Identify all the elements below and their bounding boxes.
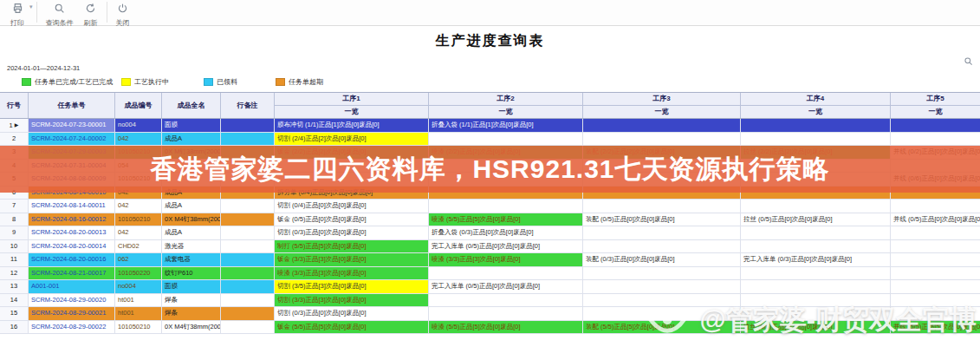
process-cell: [429, 267, 583, 280]
legend-label: 已领料: [217, 77, 237, 87]
row-number-cell: 8: [0, 213, 29, 226]
table-row[interactable]: 10SCRM-2024-08-20-00014CHD02激光器制打 (5/5)正…: [0, 240, 980, 254]
row-number-cell: 12: [0, 267, 29, 280]
product-name-cell: 成套电器: [162, 253, 221, 266]
print-dropdown-caret-icon[interactable]: ▾: [29, 3, 33, 10]
row-number-cell: 9: [0, 226, 29, 239]
header-process-1: 工序1一览: [275, 93, 429, 118]
header-process-4: 工序4一览: [741, 93, 891, 118]
header-process-5: 工序5一览: [891, 93, 980, 118]
header-overview-label: 一览: [429, 106, 582, 118]
product-code-cell: 062: [115, 253, 162, 266]
zoom-icon[interactable]: [964, 56, 973, 66]
legend-item: 工艺执行中: [121, 77, 169, 87]
row-note-cell: [221, 267, 275, 280]
weibo-eye-icon: [647, 298, 691, 343]
header-note: 行备注: [221, 93, 275, 118]
product-name-cell: 面膜: [162, 280, 221, 293]
toolbar: 打印 ▾ 查询条件 刷新 关闭: [0, 0, 980, 26]
legend-swatch: [121, 78, 131, 86]
process-cell: [583, 240, 741, 253]
task-no-cell: SCRM-2024-08-29-00020: [29, 294, 115, 307]
legend-item: 任务单超期: [276, 77, 323, 87]
product-name-cell: 0X M4钉38mm(2000): [162, 321, 221, 334]
product-name-cell: 激光器: [162, 240, 221, 253]
product-name-cell: 成品A: [162, 200, 221, 213]
process-cell: [891, 280, 980, 293]
table-row[interactable]: 8SCRM-2024-08-16-000121010502100X M4钉38m…: [0, 213, 980, 227]
row-note-cell: [221, 213, 275, 226]
query-conditions-label: 查询条件: [46, 18, 74, 28]
process-cell: 切割 (0/3)正品[0]次品[0]废品[0]: [275, 226, 429, 239]
process-cell: [741, 133, 891, 146]
header-task: 任务单号: [29, 93, 115, 118]
process-cell: [583, 280, 741, 293]
row-note-cell: [221, 280, 275, 293]
row-note-cell: [221, 253, 275, 266]
product-name-cell: 焊条: [162, 307, 221, 320]
row-number-cell: 13: [0, 280, 29, 293]
product-name-cell: 面膜: [162, 119, 221, 132]
product-code-cell: 101050220: [115, 267, 162, 280]
task-no-cell: SCRM-2024-08-29-00021: [29, 307, 115, 320]
process-cell: 喷漆 (5/5)正品[5]次品[0]废品[0]: [429, 213, 583, 226]
legend-swatch: [276, 78, 285, 86]
process-cell: 拉丝 (0/5)正品[0]次品[0]废品[0]: [741, 213, 891, 226]
header-no: 行号: [0, 93, 29, 118]
process-cell: [741, 119, 891, 132]
toolbar-divider: [107, 2, 107, 23]
print-label: 打印: [10, 18, 24, 28]
close-label: 关闭: [116, 18, 130, 28]
close-button[interactable]: 关闭: [111, 0, 135, 28]
process-cell: 制打 (5/5)正品[5]次品[0]废品[0]: [275, 240, 429, 253]
header-overview-label: 一览: [275, 106, 428, 118]
table-row[interactable]: 9SCRM-2024-08-20-00013042成品A切割 (0/3)正品[0…: [0, 226, 980, 240]
print-button[interactable]: 打印: [5, 0, 29, 28]
product-name-cell: 纹钉P610: [162, 267, 221, 280]
header-overview-label: 一览: [891, 106, 980, 118]
process-cell: 喷漆 (3/3)正品[3]次品[0]废品[0]: [275, 267, 429, 280]
row-number-cell: 14: [0, 294, 29, 307]
refresh-icon: [85, 2, 96, 17]
task-no-cell: SCRM-2024-08-20-00013: [29, 226, 115, 239]
process-cell: [583, 119, 741, 132]
process-cell: [583, 267, 741, 280]
task-no-cell: SCRM-2024-07-24-00002: [29, 133, 115, 146]
header-overview-label: 一览: [741, 106, 890, 118]
table-row[interactable]: 11SCRM-2024-08-20-00016062成套电器钣金 (3/3)正品…: [0, 253, 980, 267]
process-cell: 喷漆 (3/3)正品[3]次品[0]废品[0]: [429, 253, 583, 266]
legend: 任务单已完成/工艺已完成工艺执行中已领料任务单超期: [0, 77, 980, 88]
product-code-cell: 042: [115, 200, 162, 213]
process-cell: [891, 267, 980, 280]
row-note-cell: [221, 226, 275, 239]
table-row[interactable]: 12SCRM-2024-08-21-00017101050220纹钉P610喷漆…: [0, 267, 980, 281]
process-cell: [891, 226, 980, 239]
row-number-cell: 2: [0, 133, 29, 146]
table-row[interactable]: 13A001-001no004面膜切割 (3/5)正品[3]次品[0]废品[0]…: [0, 280, 980, 294]
query-conditions-button[interactable]: 查询条件: [41, 0, 79, 28]
header-name: 成品全名: [162, 93, 221, 118]
table-row[interactable]: 2SCRM-2024-07-24-00002042成品A切割 (2/4)正品[2…: [0, 133, 980, 147]
process-cell: 折叠入袋 (1/1)正品[1]次品[0]废品[0]: [429, 119, 583, 132]
process-cell: 钣金 (5/5)正品[5]次品[0]废品[0]: [275, 321, 429, 334]
row-note-cell: [221, 133, 275, 146]
process-cell: [741, 267, 891, 280]
process-cell: 切割 (0/3)正品[0]次品[0]废品[0]: [275, 307, 429, 320]
watermark-banner: 香港管家婆二四六资料库，HSR921.31七天资源执行策略: [0, 146, 980, 193]
table-row[interactable]: 7SCRM-2024-08-14-00011042成品A切割 (0/4)正品[0…: [0, 200, 980, 213]
row-note-cell: [221, 240, 275, 253]
process-cell: [741, 240, 891, 253]
refresh-button[interactable]: 刷新: [79, 0, 103, 28]
process-cell: [429, 200, 583, 213]
task-no-cell: SCRM-2024-08-20-00016: [29, 253, 115, 266]
product-code-cell: 042: [115, 226, 162, 239]
table-row[interactable]: 1▶SCRM-2024-07-23-00001no004面膜膜布冲切 (1/1)…: [0, 119, 980, 133]
process-cell: [583, 200, 741, 213]
date-range: 2024-01-01—2024-12-31: [7, 64, 80, 72]
current-row-marker-icon: ▶: [15, 122, 19, 128]
row-note-cell: [221, 321, 275, 334]
row-number-cell: 11: [0, 253, 29, 266]
process-cell: [741, 280, 891, 293]
legend-label: 任务单已完成/工艺已完成: [35, 77, 113, 87]
process-cell: 切割 (3/5)正品[3]次品[0]废品[0]: [275, 280, 429, 293]
